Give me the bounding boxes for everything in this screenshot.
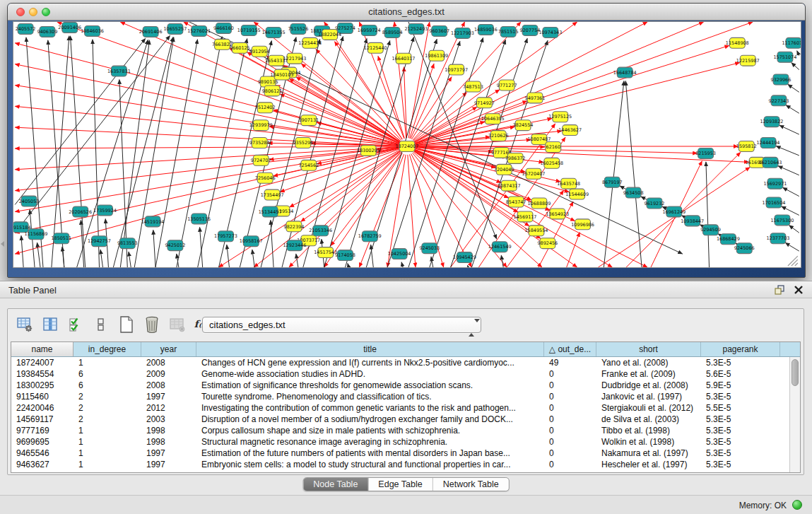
table-cell-in_degree[interactable]: 1 [73, 448, 141, 459]
column-header-year[interactable]: year [141, 342, 196, 356]
show-columns-icon[interactable] [40, 315, 59, 334]
table-cell-title[interactable]: Corpus callosum shape and size in male p… [196, 425, 544, 436]
table-cell-pagerank[interactable]: 5.3E-5 [701, 448, 780, 459]
table-row[interactable]: 2242004622012Investigating the contribut… [11, 402, 789, 414]
table-cell-short[interactable]: de Silva et al. (2003) [596, 414, 701, 425]
table-cell-short[interactable]: Jankovic et al. (1997) [596, 391, 701, 402]
table-cell-out_degree[interactable]: 0 [544, 459, 596, 470]
table-cell-short[interactable]: Tibbo et al. (1998) [596, 425, 701, 436]
column-header-pagerank[interactable]: pagerank [701, 342, 780, 356]
table-cell-year[interactable]: 1998 [141, 436, 196, 448]
tab-node-table[interactable]: Node Table [303, 478, 368, 491]
table-row[interactable]: 1872400712008Changes of HCN gene express… [11, 357, 789, 368]
table-cell-year[interactable]: 1998 [141, 425, 196, 436]
float-panel-icon[interactable] [774, 284, 785, 298]
table-cell-title[interactable]: Tourette syndrome. Phenomenology and cla… [196, 391, 544, 402]
table-cell-out_degree[interactable]: 0 [544, 368, 596, 380]
table-cell-in_degree[interactable]: 1 [73, 436, 141, 448]
column-header-out_degree[interactable]: △ out_de... [544, 342, 596, 356]
table-cell-name[interactable]: 9699695 [11, 436, 73, 448]
network-view-canvas[interactable]: 2405572940630920091406198460362069140610… [13, 21, 801, 268]
table-cell-name[interactable]: 9115460 [11, 391, 73, 402]
table-cell-in_degree[interactable]: 1 [73, 459, 141, 470]
table-cell-title[interactable]: Investigating the contribution of common… [196, 402, 544, 414]
table-cell-short[interactable]: Nakamura et al. (1997) [596, 448, 701, 459]
table-cell-out_degree[interactable]: 49 [544, 357, 596, 368]
table-cell-title[interactable]: Estimation of the future numbers of pati… [196, 448, 544, 459]
table-cell-out_degree[interactable]: 0 [544, 380, 596, 391]
table-cell-name[interactable]: 18300295 [11, 380, 73, 391]
table-cell-out_degree[interactable]: 0 [544, 414, 596, 425]
table-row[interactable]: 1938455462009Genome-wide association stu… [11, 368, 789, 380]
table-cell-out_degree[interactable]: 0 [544, 448, 596, 459]
table-cell-title[interactable]: Disruption of a novel member of a sodium… [196, 414, 544, 425]
canvas-resize-grip[interactable] [788, 256, 798, 266]
table-cell-year[interactable]: 2009 [141, 368, 196, 380]
table-cell-short[interactable]: Dudbridge et al. (2008) [596, 380, 701, 391]
table-cell-name[interactable]: 18724007 [11, 357, 73, 368]
table-cell-year[interactable]: 2008 [141, 357, 196, 368]
table-cell-short[interactable]: Yano et al. (2008) [596, 357, 701, 368]
table-cell-out_degree[interactable]: 0 [544, 402, 596, 414]
table-cell-pagerank[interactable]: 5.3E-5 [701, 436, 780, 448]
table-cell-out_degree[interactable]: 0 [544, 425, 596, 436]
close-panel-icon[interactable] [794, 285, 804, 298]
table-cell-in_degree[interactable]: 2 [73, 414, 141, 425]
table-cell-pagerank[interactable]: 5.9E-5 [701, 380, 780, 391]
table-cell-name[interactable]: 22420046 [11, 402, 73, 414]
table-row[interactable]: 946362711997Embryonic stem cells: a mode… [11, 459, 789, 470]
table-cell-name[interactable]: 14569117 [11, 414, 73, 425]
table-cell-pagerank[interactable]: 5.3E-5 [701, 357, 780, 368]
table-cell-name[interactable]: 9463627 [11, 459, 73, 470]
table-cell-title[interactable]: Genome-wide association studies in ADHD. [196, 368, 544, 380]
table-selector-dropdown[interactable]: citations_edges.txt [202, 317, 481, 333]
table-cell-pagerank[interactable]: 5.5E-5 [701, 402, 780, 414]
delete-table-icon[interactable] [142, 315, 161, 334]
table-cell-name[interactable]: 19384554 [11, 368, 73, 380]
table-row[interactable]: 1456911722003Disruption of a novel membe… [11, 414, 789, 425]
table-cell-year[interactable]: 2012 [141, 402, 196, 414]
table-cell-title[interactable]: Embryonic stem cells: a model to study s… [196, 459, 544, 470]
table-row[interactable]: 911546021997Tourette syndrome. Phenomeno… [11, 391, 789, 402]
table-cell-year[interactable]: 1997 [141, 448, 196, 459]
select-all-rows-icon[interactable] [66, 315, 85, 334]
tab-edge-table[interactable]: Edge Table [368, 478, 433, 491]
table-cell-pagerank[interactable]: 5.3E-5 [701, 425, 780, 436]
table-cell-pagerank[interactable]: 5.6E-5 [701, 368, 780, 380]
new-table-icon[interactable] [117, 315, 136, 334]
table-cell-name[interactable]: 9777169 [11, 425, 73, 436]
table-scrollbar-thumb[interactable] [792, 359, 799, 386]
table-row[interactable]: 977716911998Corpus callosum shape and si… [11, 425, 789, 436]
network-window-titlebar[interactable]: citations_edges.txt [8, 4, 805, 21]
table-scrollbar[interactable] [789, 357, 800, 472]
table-cell-in_degree[interactable]: 6 [73, 368, 141, 380]
table-cell-short[interactable]: Hescheler et al. (1997) [596, 459, 701, 470]
table-cell-pagerank[interactable]: 5.3E-5 [701, 414, 780, 425]
column-header-in_degree[interactable]: in_degree [73, 342, 141, 356]
tab-network-table[interactable]: Network Table [433, 478, 509, 491]
table-cell-out_degree[interactable]: 0 [544, 436, 596, 448]
table-cell-year[interactable]: 2003 [141, 414, 196, 425]
table-cell-out_degree[interactable]: 0 [544, 391, 596, 402]
column-header-title[interactable]: title [196, 342, 544, 356]
table-cell-in_degree[interactable]: 1 [73, 425, 141, 436]
table-cell-year[interactable]: 1997 [141, 459, 196, 470]
table-row[interactable]: 946554611997Estimation of the future num… [11, 448, 789, 459]
table-cell-title[interactable]: Estimation of significance thresholds fo… [196, 380, 544, 391]
table-cell-in_degree[interactable]: 2 [73, 391, 141, 402]
table-cell-title[interactable]: Changes of HCN gene expression and I(f) … [196, 357, 544, 368]
table-settings-icon[interactable] [15, 315, 34, 334]
table-row[interactable]: 1830029562008Estimation of significance … [11, 380, 789, 391]
table-cell-in_degree[interactable]: 2 [73, 402, 141, 414]
table-cell-short[interactable]: Wolkin et al. (1998) [596, 436, 701, 448]
table-cell-year[interactable]: 2008 [141, 380, 196, 391]
column-header-name[interactable]: name [11, 342, 73, 356]
table-row[interactable]: 969969511998Structural magnetic resonanc… [11, 436, 789, 448]
table-cell-name[interactable]: 9465546 [11, 448, 73, 459]
table-cell-short[interactable]: Stergiakouli et al. (2012) [596, 402, 701, 414]
table-cell-title[interactable]: Structural magnetic resonance image aver… [196, 436, 544, 448]
table-cell-year[interactable]: 1997 [141, 391, 196, 402]
network-canvas-svg[interactable]: 2405572940630920091406198460362069140610… [13, 22, 801, 267]
hide-rows-icon[interactable] [91, 315, 110, 334]
panel-collapse-arrow[interactable] [1, 241, 4, 247]
